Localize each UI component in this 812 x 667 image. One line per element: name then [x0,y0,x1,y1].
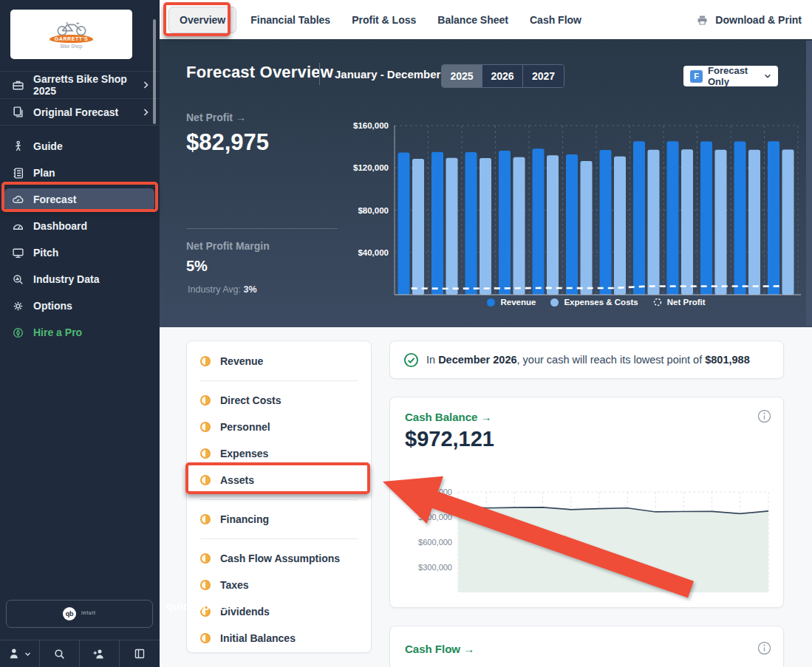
quickbooks-icon: qb [63,607,76,620]
forecast-only-dropdown[interactable]: F Forecast Only [683,66,778,86]
coin-icon [200,514,211,524]
header-divider [319,63,320,85]
tab-balance-sheet[interactable]: Balance Sheet [430,7,516,33]
options-icon [12,300,24,312]
sidebar-item-forecast[interactable]: Forecast [0,186,160,213]
intuit-label: intuit [81,611,96,616]
svg-text:$160,000: $160,000 [353,121,389,130]
chart-legend: Revenue Expenses & Costs Net Profit [395,298,798,307]
quickbooks-button[interactable]: qb intuit quickbooks [6,600,153,628]
legend-net-profit: Net Profit [653,298,706,307]
documents-icon [12,106,24,118]
year-tab-2025[interactable]: 2025 [442,65,482,87]
sidebar-item-industry-data[interactable]: Industry Data [0,266,160,293]
svg-text:$1,200,000: $1,200,000 [412,488,452,496]
year-tab-2027[interactable]: 2027 [523,65,564,87]
tab-profit-loss[interactable]: Profit & Loss [344,7,423,33]
forecast-only-label: Forecast Only [708,65,759,87]
divider [200,499,358,500]
cash-balance-link[interactable]: Cash Balance → [405,411,492,423]
net-profit-margin-value: 5% [186,258,208,275]
cash-balance-value: $972,121 [405,427,494,451]
download-print-label: Download & Print [715,14,802,26]
stats-divider [186,228,338,229]
forecast-selector-label: Original Forecast [33,106,134,118]
forecast-icon [12,194,24,206]
svg-text:$80,000: $80,000 [358,206,389,215]
category-taxes[interactable]: Taxes [187,572,371,598]
briefcase-icon [12,79,24,92]
sidebar-item-guide[interactable]: Guide [0,133,160,160]
download-print-button[interactable]: Download & Print [696,14,802,26]
forecast-badge-icon: F [690,70,703,83]
tab-overview[interactable]: Overview [168,7,236,33]
coin-icon [200,580,211,590]
sidebar-item-pitch[interactable]: Pitch [0,239,160,266]
category-assets[interactable]: Assets [187,467,371,493]
net-profit-value: $82,975 [186,129,269,156]
category-revenue[interactable]: Revenue [187,348,371,374]
user-icon [8,647,21,660]
company-selector-label: Garretts Bike Shop 2025 [33,73,134,97]
sidebar-item-label: Guide [33,140,63,152]
sidebar-item-label: Plan [33,167,55,179]
coin-icon [200,553,211,564]
search-button[interactable] [40,640,80,667]
sidebar-company-selector[interactable]: Garretts Bike Shop 2025 [0,71,160,98]
printer-icon [696,14,709,26]
invite-user-button[interactable] [80,640,120,667]
industry-data-icon [12,273,24,286]
plan-icon [12,167,24,179]
expenses-dot-icon [550,298,559,307]
account-menu-button[interactable] [0,640,40,667]
logo-brand: GARRETT'S [50,35,94,43]
search-icon [53,648,66,660]
sidebar-item-hire-a-pro[interactable]: Hire a Pro [0,319,160,346]
legend-expenses: Expenses & Costs [550,298,638,307]
divider [200,380,358,381]
quickbooks-label: quickbooks [166,601,812,667]
sidebar-item-label: Hire a Pro [33,326,82,338]
cash-alert-text: In December 2026, your cash will reach i… [426,354,750,366]
industry-average: Industry Avg: 3% [188,284,257,295]
category-financing[interactable]: Financing [187,506,371,533]
net-profit-label[interactable]: Net Profit → [186,112,246,123]
chevron-down-icon [24,651,31,657]
add-user-icon [92,648,106,660]
svg-text:$300,000: $300,000 [418,563,452,572]
year-tab-2026[interactable]: 2026 [482,65,523,87]
category-cash-flow-assumptions[interactable]: Cash Flow Assumptions [187,545,371,572]
svg-text:$40,000: $40,000 [358,248,389,257]
main-scrollbar[interactable] [806,41,812,326]
divider [200,538,358,539]
chevron-right-icon [143,81,149,89]
sidebar-item-label: Pitch [33,247,58,259]
sidebar-forecast-selector[interactable]: Original Forecast [0,98,160,126]
logo-tagline: Bike Shop [61,44,83,49]
tab-cash-flow[interactable]: Cash Flow [522,7,589,33]
category-expenses[interactable]: Expenses [187,440,371,467]
columns-icon [134,648,146,660]
cash-balance-area-chart: $300,000$600,000$900,000$1,200,000 [402,483,773,595]
category-direct-costs[interactable]: Direct Costs [187,387,371,414]
check-circle-icon [403,352,419,368]
sidebar: GARRETT'S Bike Shop Garretts Bike Shop 2… [0,0,160,667]
revenue-dot-icon [487,298,495,307]
info-icon[interactable] [757,409,771,423]
chevron-right-icon [143,108,149,117]
cash-alert-card: In December 2026, your cash will reach i… [389,341,784,379]
sidebar-bottom-toolbar [0,640,160,667]
coin-icon [200,422,211,432]
net-profit-margin-label: Net Profit Margin [186,240,270,252]
sidebar-item-plan[interactable]: Plan [0,160,160,186]
cash-balance-card: Cash Balance → $972,121 $300,000$600,000… [389,397,784,608]
top-tab-bar: Overview Financial Tables Profit & Loss … [160,0,812,39]
hire-a-pro-icon [12,326,24,339]
tab-financial-tables[interactable]: Financial Tables [243,7,338,33]
category-personnel[interactable]: Personnel [187,414,371,440]
panel-toggle-button[interactable] [120,640,160,667]
sidebar-item-dashboard[interactable]: Dashboard [0,213,160,239]
chevron-down-icon [764,72,771,80]
net-profit-dashed-circle-icon [653,298,662,307]
sidebar-item-options[interactable]: Options [0,293,160,319]
